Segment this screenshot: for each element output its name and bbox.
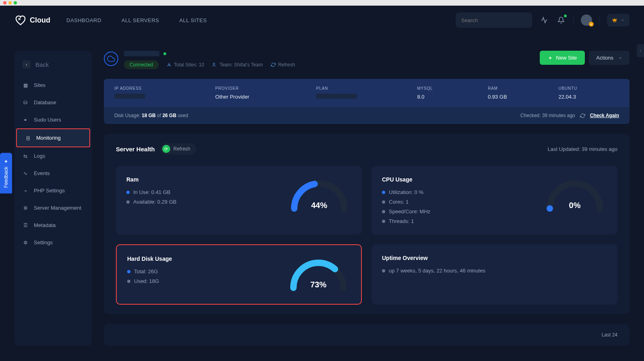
- sidebar-item-database[interactable]: ⛁Database: [14, 94, 92, 111]
- activity-icon: [541, 17, 548, 24]
- sidebar-item-server-management[interactable]: ⚙Server Management: [14, 199, 92, 217]
- feedback-tab[interactable]: Feedback ✦: [0, 153, 12, 194]
- info-mysql: MYSQL 8.0: [417, 86, 488, 100]
- status-indicator: [163, 52, 166, 55]
- footer-panel: Last 24: [104, 324, 630, 346]
- database-icon: ⛁: [23, 100, 28, 105]
- connection-status: Connected: [124, 60, 159, 69]
- sidebar-item-monitoring[interactable]: ⌸Monitoring: [16, 128, 90, 147]
- nav-all-sites[interactable]: ALL SITES: [180, 17, 207, 23]
- search-input[interactable]: [461, 17, 529, 23]
- crown-icon: [612, 17, 617, 23]
- server-health-panel: Server Health ⟳ Refresh Last Updated: 39…: [104, 134, 630, 314]
- top-nav: DASHBOARD ALL SERVERS ALL SITES: [66, 17, 207, 23]
- chevron-down-icon: [618, 56, 622, 60]
- sitemap-icon: [167, 62, 171, 67]
- sidebar-item-events[interactable]: ∿Events: [14, 165, 92, 182]
- server-icon: ⚙: [23, 205, 28, 211]
- disk-card: Hard Disk Usage Total: 26G Used: 18G 73%: [116, 244, 362, 305]
- refresh-icon: ⟳: [162, 145, 170, 153]
- sidebar-item-label: Server Management: [34, 205, 81, 211]
- checked-time: Checked: 39 minutes ago: [520, 113, 575, 118]
- topbar: Cloud DASHBOARD ALL SERVERS ALL SITES A: [0, 6, 644, 35]
- sidebar-item-sudo-users[interactable]: ⚭Sudo Users: [14, 111, 92, 128]
- plan-menu[interactable]: [607, 14, 630, 27]
- nav-dashboard[interactable]: DASHBOARD: [66, 17, 101, 23]
- monitor-icon: ⌸: [25, 135, 31, 141]
- new-site-button[interactable]: New Site: [540, 51, 585, 65]
- sidebar-item-label: PHP Settings: [34, 188, 65, 194]
- ram-gauge: 44%: [287, 176, 351, 212]
- sidebar-item-sites[interactable]: ▦Sites: [14, 76, 92, 94]
- mac-minimize[interactable]: [8, 1, 12, 4]
- dot-icon: [382, 200, 385, 204]
- notifications-button[interactable]: [556, 15, 566, 25]
- sidebar-item-label: Events: [34, 170, 50, 176]
- sidebar-item-label: Sudo Users: [34, 117, 61, 123]
- info-provider: PROVIDER Other Provider: [215, 86, 316, 100]
- team-info: Team: Shifat's Team: [212, 62, 262, 68]
- sidebar-item-label: Sites: [34, 82, 45, 88]
- check-again-link[interactable]: Check Again: [590, 113, 619, 118]
- dot-icon: [126, 200, 130, 204]
- code-icon: ⌁: [23, 188, 28, 194]
- chevron-down-icon: [621, 18, 625, 22]
- activity-button[interactable]: [539, 15, 549, 25]
- notification-badge: [564, 14, 567, 17]
- refresh-server[interactable]: Refresh: [271, 62, 295, 68]
- dot-icon: [126, 191, 130, 194]
- info-ip: IP ADDRESS: [114, 86, 215, 100]
- disk-usage-strip: Disk Usage: 18 GB of 26 GB used Checked:…: [104, 107, 630, 124]
- users-icon: [212, 62, 217, 67]
- sidebar-item-label: Settings: [34, 239, 53, 245]
- panel-collapse-handle[interactable]: [637, 44, 644, 57]
- dot-icon: [382, 210, 385, 213]
- server-name-redacted: [124, 51, 159, 56]
- last-updated: Last Updated: 39 minutes ago: [548, 146, 617, 152]
- dot-icon: [382, 191, 385, 194]
- total-sites: Total Sites: 10: [167, 62, 204, 68]
- mac-close[interactable]: [3, 1, 6, 4]
- mac-maximize[interactable]: [14, 1, 17, 4]
- actions-dropdown[interactable]: Actions: [589, 51, 630, 65]
- chevron-left-icon: [639, 48, 642, 53]
- sidebar-item-label: Monitoring: [36, 135, 61, 141]
- sidebar-item-metadata[interactable]: ☰Metadata: [14, 217, 92, 234]
- ip-redacted: [114, 94, 145, 99]
- sidebar-item-php-settings[interactable]: ⌁PHP Settings: [14, 182, 92, 199]
- user-avatar[interactable]: A: [581, 14, 592, 26]
- svg-point-1: [213, 63, 215, 65]
- refresh-icon: [271, 62, 276, 67]
- uptime-card: Uptime Overview up 7 weeks, 5 days, 22 h…: [372, 244, 617, 305]
- topbar-right: A: [456, 12, 630, 28]
- ram-card: Ram In Use: 0.41 GB Available: 0.29 GB 4…: [116, 166, 362, 235]
- sidebar-item-logs[interactable]: ⇆Logs: [14, 147, 92, 165]
- window-titlebar: [0, 0, 644, 6]
- bell-icon: [557, 17, 565, 24]
- avatar-badge: A: [589, 22, 594, 27]
- plan-redacted: [316, 94, 357, 99]
- dot-icon: [382, 269, 385, 272]
- last-24-label: Last 24: [602, 332, 617, 338]
- main-content: Connected Total Sites: 10 Team: Shifat's…: [92, 51, 630, 346]
- refresh-health-button[interactable]: ⟳ Refresh: [161, 143, 196, 155]
- back-button[interactable]: ‹ Back: [14, 57, 92, 72]
- nav-all-servers[interactable]: ALL SERVERS: [122, 17, 159, 23]
- users-icon: ⚭: [23, 117, 28, 123]
- divider: [599, 14, 600, 26]
- dot-icon: [127, 270, 130, 273]
- sidebar-item-label: Database: [34, 99, 56, 105]
- refresh-icon: [580, 113, 585, 118]
- server-info-strip: IP ADDRESS PROVIDER Other Provider PLAN …: [104, 79, 630, 107]
- sidebar-item-settings[interactable]: ⚙Settings: [14, 234, 92, 251]
- swap-icon: ⇆: [23, 153, 28, 159]
- dot-icon: [127, 280, 130, 283]
- search-box[interactable]: [456, 12, 532, 28]
- feedback-label: Feedback: [3, 167, 9, 188]
- info-ram: RAM 0.93 GB: [488, 86, 559, 100]
- sidebar-item-label: Metadata: [34, 222, 56, 228]
- brand-logo[interactable]: Cloud: [14, 14, 50, 26]
- plus-icon: [548, 56, 553, 60]
- server-provider-icon: [104, 52, 118, 66]
- disk-usage-text: Disk Usage: 18 GB of 26 GB used: [114, 113, 188, 118]
